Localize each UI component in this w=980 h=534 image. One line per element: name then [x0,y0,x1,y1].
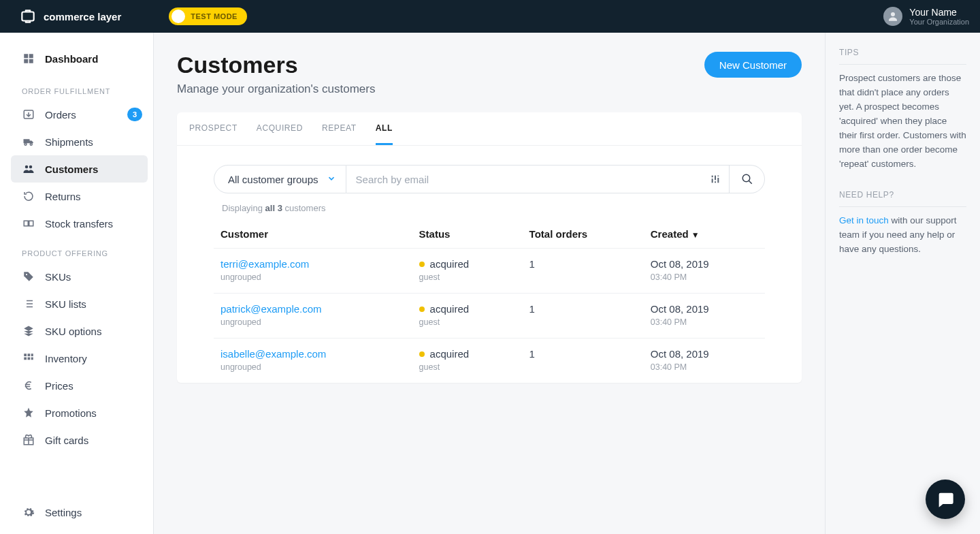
status-dot [419,262,425,267]
svg-rect-11 [24,221,28,226]
sidebar-item-label: Dashboard [45,53,98,65]
svg-rect-15 [28,354,31,356]
sidebar-item-label: SKU options [45,326,101,337]
sidebar-item-orders[interactable]: Orders 3 [0,101,153,128]
group-select-value: All customer groups [228,174,318,185]
brand-logo[interactable]: commerce layer [19,7,121,25]
filter-icon[interactable] [702,174,729,185]
sidebar-item-settings[interactable]: Settings [0,499,153,526]
customer-role: guest [419,317,516,327]
truck-icon [22,136,35,148]
customers-card: PROSPECT ACQUIRED REPEAT ALL All custome… [177,112,802,383]
table-row[interactable]: terri@example.com ungrouped acquired gue… [214,249,765,294]
test-mode-toggle[interactable]: TEST MODE [169,7,247,25]
new-customer-button[interactable]: New Customer [704,52,802,78]
sidebar-item-inventory[interactable]: Inventory [0,345,153,372]
sidebar-item-sku-lists[interactable]: SKU lists [0,290,153,317]
orders-value: 1 [523,294,644,339]
gift-icon [22,434,35,446]
created-date: Oct 08, 2019 [651,348,758,360]
sidebar-item-label: Customers [45,163,98,175]
help-text: Get in touch with our support team if yo… [839,214,966,257]
sidebar-item-label: Gift cards [45,435,88,446]
sidebar-item-stock-transfers[interactable]: Stock transfers [0,210,153,237]
svg-rect-3 [29,54,33,58]
tabs: PROSPECT ACQUIRED REPEAT ALL [177,112,802,146]
sort-indicator: ▼ [691,230,700,240]
right-panel: TIPS Prospect customers are those that d… [825,33,980,534]
transfer-icon [22,217,35,230]
page-title: Customers [177,52,375,78]
user-name: Your Name [909,7,969,18]
sidebar-item-prices[interactable]: Prices [0,372,153,399]
layers-icon [22,325,35,337]
group-select[interactable]: All customer groups [214,165,346,193]
sidebar-item-label: Settings [45,507,82,518]
col-status[interactable]: Status [412,220,523,249]
euro-icon [22,379,35,392]
customer-email[interactable]: isabelle@example.com [220,348,406,360]
table-row[interactable]: patrick@example.com ungrouped acquired g… [214,294,765,339]
tab-prospect[interactable]: PROSPECT [189,112,238,145]
help-heading: NEED HELP? [839,190,966,207]
svg-point-10 [29,166,33,169]
user-text: Your Name Your Organization [909,7,969,27]
orders-badge: 3 [127,108,142,121]
customers-table: Customer Status Total orders Created ▼ t… [214,220,765,383]
svg-point-27 [742,174,750,182]
svg-rect-16 [31,354,33,356]
sidebar-item-skus[interactable]: SKUs [0,263,153,290]
star-icon [22,407,35,419]
tips-text: Prospect customers are those that didn't… [839,72,966,171]
gear-icon [22,506,35,518]
sidebar-item-label: Prices [45,380,74,392]
customer-role: guest [419,272,516,282]
status-dot [419,351,425,357]
test-mode-label: TEST MODE [191,12,238,20]
svg-rect-2 [24,54,28,58]
orders-value: 1 [523,249,644,294]
customer-group: ungrouped [220,362,406,372]
svg-rect-4 [24,59,28,63]
created-date: Oct 08, 2019 [651,303,758,315]
user-menu[interactable]: Your Name Your Organization [883,7,969,27]
svg-rect-0 [22,12,33,21]
page-subtitle: Manage your organization's customers [177,82,375,96]
search-input[interactable] [346,174,702,185]
chat-icon [936,490,955,509]
result-count: Displaying all 3 customers [177,203,802,220]
customer-email[interactable]: terri@example.com [220,258,406,270]
sidebar-section-product: PRODUCT OFFERING [0,237,153,263]
svg-point-9 [25,166,29,169]
tab-repeat[interactable]: REPEAT [322,112,357,145]
grid-icon [22,352,35,364]
brand-icon [19,7,37,25]
search-button[interactable] [730,165,765,193]
svg-rect-14 [24,354,27,356]
sidebar-item-customers[interactable]: Customers [11,155,148,183]
sidebar-item-promotions[interactable]: Promotions [0,399,153,426]
get-in-touch-link[interactable]: Get in touch [839,215,889,225]
table-row[interactable]: isabelle@example.com ungrouped acquired … [214,339,765,383]
status-text: acquired [430,258,470,270]
orders-value: 1 [523,339,644,383]
intercom-launcher[interactable] [926,480,965,519]
sidebar-item-label: Stock transfers [45,218,113,230]
svg-rect-12 [29,221,33,226]
topbar: commerce layer TEST MODE Your Name Your … [0,0,980,33]
created-date: Oct 08, 2019 [651,258,758,270]
sidebar-item-returns[interactable]: Returns [0,183,153,210]
svg-rect-18 [28,358,31,360]
sidebar-item-sku-options[interactable]: SKU options [0,317,153,345]
sidebar-item-shipments[interactable]: Shipments [0,128,153,155]
sidebar-item-dashboard[interactable]: Dashboard [0,42,153,75]
tab-all[interactable]: ALL [376,112,393,145]
col-orders[interactable]: Total orders [523,220,644,249]
customer-email[interactable]: patrick@example.com [220,303,406,315]
sidebar-item-gift-cards[interactable]: Gift cards [0,426,153,454]
created-time: 03:40 PM [651,362,758,372]
status-text: acquired [430,303,470,315]
tab-acquired[interactable]: ACQUIRED [257,112,303,145]
col-created[interactable]: Created ▼ [644,220,765,249]
col-customer[interactable]: Customer [214,220,412,249]
